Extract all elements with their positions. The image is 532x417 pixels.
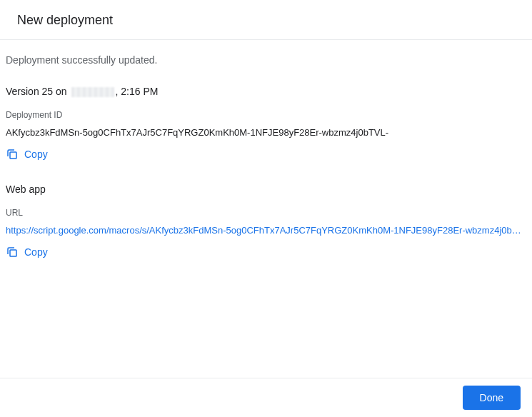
deployment-id-value: AKfycbz3kFdMSn-5og0CFhTx7AJr5C7FqYRGZ0Km…: [6, 127, 526, 138]
copy-icon: [6, 148, 19, 161]
copy-icon: [6, 246, 19, 258]
copy-url-label: Copy: [24, 246, 48, 258]
svg-rect-1: [10, 250, 16, 256]
copy-deployment-id-label: Copy: [24, 149, 48, 160]
deployment-id-label: Deployment ID: [6, 110, 526, 120]
dialog-footer: Done: [0, 378, 532, 417]
redacted-date: [71, 87, 114, 97]
copy-url-button[interactable]: Copy: [6, 243, 48, 261]
dialog-header: New deployment: [0, 0, 532, 40]
dialog-title: New deployment: [17, 13, 515, 28]
version-info: Version 25 on , 2:16 PM: [6, 86, 526, 97]
version-suffix: , 2:16 PM: [116, 86, 159, 97]
dialog-content: Deployment successfully updated. Version…: [0, 40, 532, 281]
svg-rect-0: [10, 152, 16, 159]
url-label: URL: [6, 208, 526, 218]
copy-deployment-id-button[interactable]: Copy: [6, 145, 48, 164]
webapp-section-title: Web app: [6, 184, 526, 195]
success-message: Deployment successfully updated.: [6, 54, 526, 66]
done-button[interactable]: Done: [463, 386, 521, 410]
version-prefix: Version 25 on: [6, 86, 70, 97]
url-value[interactable]: https://script.google.com/macros/s/AKfyc…: [6, 225, 526, 236]
